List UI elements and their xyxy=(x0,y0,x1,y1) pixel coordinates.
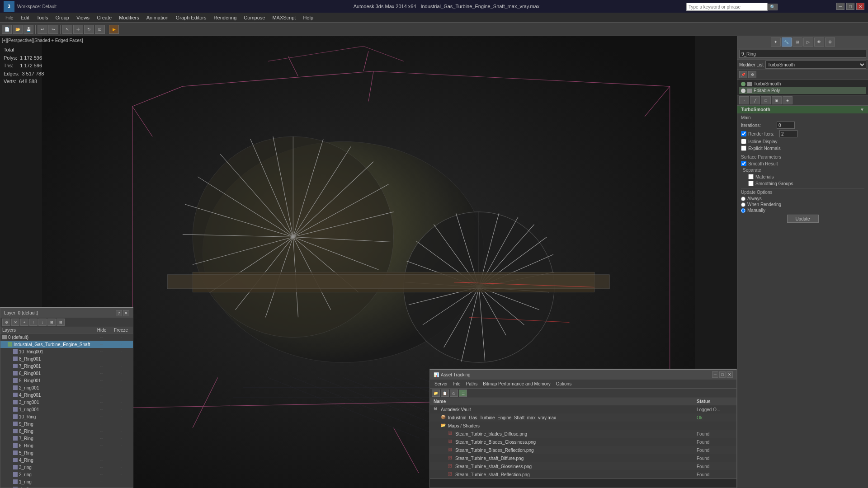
layer-item[interactable]: 8_Ring······ xyxy=(0,427,133,435)
materials-checkbox[interactable] xyxy=(748,174,754,179)
menu-file[interactable]: File xyxy=(2,14,17,21)
polygon-button[interactable]: ▣ xyxy=(772,96,782,104)
menu-group[interactable]: Group xyxy=(52,14,73,21)
asset-item[interactable]: 🏛Autodesk VaultLogged O... xyxy=(430,405,736,413)
layer-item[interactable]: Industrial_Gas_Turbine_Engine_Shaft·····… xyxy=(0,341,133,348)
manually-radio[interactable] xyxy=(741,208,745,213)
when-rendering-radio[interactable] xyxy=(741,202,745,207)
turbosmooth-modifier-item[interactable]: TurboSmooth xyxy=(739,80,866,87)
search-button[interactable]: 🔍 xyxy=(768,4,778,10)
asset-menu-server[interactable]: Server xyxy=(432,381,450,387)
edge-button[interactable]: ╱ xyxy=(750,96,760,104)
rotate-button[interactable]: ↻ xyxy=(84,25,94,34)
asset-menu-bitmap[interactable]: Bitmap Performance and Memory xyxy=(480,381,553,387)
maximize-button[interactable]: □ xyxy=(846,3,854,10)
utilities-tab-icon[interactable]: ⚙ xyxy=(825,38,835,47)
new-scene-button[interactable]: 📄 xyxy=(2,25,12,34)
asset-menu-file[interactable]: File xyxy=(450,381,463,387)
layer-item[interactable]: 3_ring001······ xyxy=(0,399,133,406)
menu-rendering[interactable]: Rendering xyxy=(210,14,241,21)
asset-item[interactable]: 🖼Steam_Turbine_Blades_Reflection.pngFoun… xyxy=(430,446,736,454)
render-iters-input[interactable] xyxy=(779,130,797,137)
turbosmooth-section-header[interactable]: TurboSmooth ▼ xyxy=(737,106,868,113)
layers-add-button[interactable]: + xyxy=(20,319,28,326)
menu-graph-editors[interactable]: Graph Editors xyxy=(172,14,210,21)
asset-item[interactable]: 📦Industrial_Gas_Turbine_Engine_Shaft_max… xyxy=(430,413,736,422)
asset-item[interactable]: 🖼Steam_Turbine_shaft_Reflection.pngFound xyxy=(430,470,736,479)
asset-tool-1[interactable]: 📁 xyxy=(432,389,440,397)
move-button[interactable]: ✛ xyxy=(73,25,83,34)
object-name-input[interactable] xyxy=(739,50,866,58)
asset-tool-3[interactable]: 🗂 xyxy=(450,389,458,397)
layer-item[interactable]: 10_Ring001······ xyxy=(0,348,133,355)
asset-tool-2[interactable]: 📋 xyxy=(441,389,449,397)
smoothing-groups-checkbox[interactable] xyxy=(748,181,754,186)
asset-item[interactable]: 🖼Steam_Turbine_shaft_Diffuse.pngFound xyxy=(430,454,736,462)
layer-item[interactable]: 6_Ring001······ xyxy=(0,370,133,377)
menu-edit[interactable]: Edit xyxy=(17,14,33,21)
pin-stack-button[interactable]: 📌 xyxy=(739,71,747,78)
open-button[interactable]: 📂 xyxy=(13,25,23,34)
layer-item[interactable]: 1_ring······ xyxy=(0,478,133,485)
layers-move-button[interactable]: ↑ xyxy=(29,319,38,326)
menu-tools[interactable]: Tools xyxy=(33,14,52,21)
layer-item[interactable]: 10_Ring······ xyxy=(0,413,133,420)
border-button[interactable]: □ xyxy=(761,96,771,104)
layer-item[interactable]: 4_Ring······ xyxy=(0,456,133,464)
asset-menu-options[interactable]: Options xyxy=(553,381,574,387)
layer-item[interactable]: 8_Ring001······ xyxy=(0,355,133,362)
motion-tab-icon[interactable]: ▷ xyxy=(803,38,813,47)
menu-animation[interactable]: Animation xyxy=(143,14,172,21)
undo-button[interactable]: ↩ xyxy=(38,25,47,34)
save-button[interactable]: 💾 xyxy=(24,25,33,34)
isoline-checkbox[interactable] xyxy=(741,139,746,144)
close-button[interactable]: ✕ xyxy=(856,3,864,10)
layer-item[interactable]: 5_Ring001······ xyxy=(0,377,133,384)
layer-item[interactable]: 4_Ring001······ xyxy=(0,391,133,399)
layer-item[interactable]: 7_Ring001······ xyxy=(0,362,133,370)
configure-button[interactable]: ⚙ xyxy=(748,71,756,78)
iterations-input[interactable] xyxy=(777,122,795,129)
asset-item[interactable]: 🖼Steam_Turbine_shaft_Glossiness.pngFound xyxy=(430,462,736,470)
hierarchy-tab-icon[interactable]: ⊞ xyxy=(793,38,802,47)
layer-item[interactable]: 2_ring······ xyxy=(0,471,133,478)
select-button[interactable]: ↖ xyxy=(62,25,72,34)
layer-item[interactable]: 2_ring001······ xyxy=(0,384,133,391)
layer-item[interactable]: 1_ring001······ xyxy=(0,406,133,413)
layers-expand-button[interactable]: ⊞ xyxy=(47,319,56,326)
vertex-button[interactable]: · xyxy=(739,96,749,104)
always-radio[interactable] xyxy=(741,197,745,201)
layers-close-button[interactable]: ✕ xyxy=(123,310,129,316)
title-bar-controls[interactable]: ─ □ ✕ xyxy=(836,3,864,10)
asset-tool-4[interactable]: ☰ xyxy=(459,389,467,397)
layers-collapse-button[interactable]: ⊟ xyxy=(57,319,65,326)
redo-button[interactable]: ↪ xyxy=(48,25,58,34)
editablepoly-modifier-item[interactable]: Editable Poly xyxy=(739,87,866,94)
modifier-list-dropdown[interactable]: TurboSmooth xyxy=(765,61,866,69)
layers-move-down-button[interactable]: ↓ xyxy=(38,319,47,326)
layer-item[interactable]: 7_Ring······ xyxy=(0,435,133,442)
render-iters-checkbox[interactable] xyxy=(741,131,746,136)
menu-modifiers[interactable]: Modifiers xyxy=(115,14,143,21)
layer-item[interactable]: 9_Ring······ xyxy=(0,420,133,427)
explicit-normals-checkbox[interactable] xyxy=(741,145,746,151)
search-input[interactable] xyxy=(686,3,768,11)
asset-minimize-button[interactable]: ─ xyxy=(712,371,718,378)
asset-item[interactable]: 📂Maps / Shaders xyxy=(430,422,736,430)
layer-item[interactable]: 5_Ring······ xyxy=(0,449,133,456)
create-tab-icon[interactable]: ✦ xyxy=(771,38,781,47)
element-button[interactable]: ◈ xyxy=(783,96,793,104)
update-button[interactable]: Update xyxy=(787,215,819,223)
menu-views[interactable]: Views xyxy=(73,14,93,21)
modify-tab-icon[interactable]: 🔧 xyxy=(782,38,792,47)
menu-create[interactable]: Create xyxy=(93,14,115,21)
menu-help[interactable]: Help xyxy=(299,14,317,21)
scale-button[interactable]: ⊡ xyxy=(95,25,105,34)
asset-item[interactable]: 🖼Steam_Turbine_blades_Diffuse.pngFound xyxy=(430,430,736,438)
layer-item[interactable]: shaft······ xyxy=(0,485,133,488)
asset-maximize-button[interactable]: □ xyxy=(719,371,726,378)
minimize-button[interactable]: ─ xyxy=(836,3,844,10)
menu-maxscript[interactable]: MAXScript xyxy=(269,14,299,21)
asset-item[interactable]: 🖼Steam_Turbine_Blades_Glossiness.pngFoun… xyxy=(430,438,736,446)
layers-help-button[interactable]: ? xyxy=(116,310,122,316)
